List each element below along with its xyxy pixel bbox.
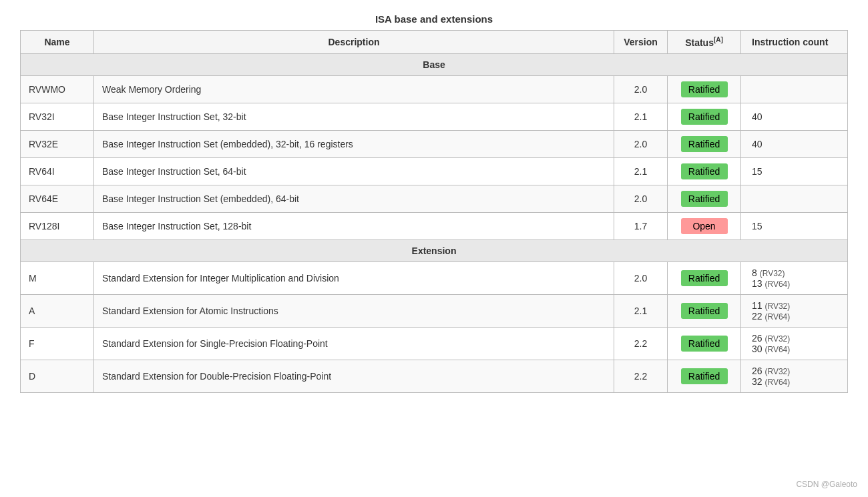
cell-name: RV32I (21, 103, 94, 130)
cell-count: 40 (741, 103, 848, 130)
cell-description: Base Integer Instruction Set (embedded),… (94, 130, 614, 157)
status-badge: Ratified (681, 336, 728, 352)
cell-name: F (21, 327, 94, 360)
cell-name: D (21, 360, 94, 392)
cell-count (741, 185, 848, 212)
cell-count: 15 (741, 212, 848, 239)
cell-description: Weak Memory Ordering (94, 75, 614, 103)
table-row: AStandard Extension for Atomic Instructi… (21, 294, 848, 327)
table-row: RV64EBase Integer Instruction Set (embed… (21, 185, 848, 212)
col-header-status: Status[A] (668, 31, 741, 54)
section-header-0: Base (21, 53, 848, 75)
cell-name: A (21, 294, 94, 327)
count-value: 26 (RV32) (752, 366, 839, 376)
cell-description: Base Integer Instruction Set, 32-bit (94, 103, 614, 130)
table-row: FStandard Extension for Single-Precision… (21, 327, 848, 360)
count-value: 26 (RV32) (752, 333, 839, 344)
status-badge: Ratified (681, 368, 728, 384)
table-row: DStandard Extension for Double-Precision… (21, 360, 848, 392)
section-label: Extension (21, 239, 848, 262)
isa-table: Name Description Version Status[A] Instr… (20, 30, 848, 393)
status-badge: Open (681, 218, 728, 234)
cell-version: 2.0 (614, 130, 668, 157)
cell-version: 2.1 (614, 157, 668, 185)
section-header-1: Extension (21, 239, 848, 262)
cell-version: 2.0 (614, 75, 668, 103)
cell-count: 15 (741, 157, 848, 185)
cell-count: 26 (RV32)30 (RV64) (741, 327, 848, 360)
count-value: 22 (RV64) (752, 311, 839, 322)
count-value: 8 (RV32) (752, 268, 839, 278)
cell-status: Open (668, 212, 741, 239)
cell-version: 2.0 (614, 262, 668, 294)
status-badge: Ratified (681, 136, 728, 152)
cell-description: Standard Extension for Double-Precision … (94, 360, 614, 392)
cell-status: Ratified (668, 327, 741, 360)
cell-status: Ratified (668, 157, 741, 185)
col-header-count: Instruction count (741, 31, 848, 54)
cell-name: RV128I (21, 212, 94, 239)
cell-status: Ratified (668, 262, 741, 294)
cell-version: 2.2 (614, 327, 668, 360)
cell-count (741, 75, 848, 103)
cell-status: Ratified (668, 294, 741, 327)
status-badge: Ratified (681, 109, 728, 125)
cell-description: Base Integer Instruction Set, 64-bit (94, 157, 614, 185)
cell-count: 11 (RV32)22 (RV64) (741, 294, 848, 327)
count-value: 13 (RV64) (752, 278, 839, 289)
cell-status: Ratified (668, 185, 741, 212)
cell-description: Base Integer Instruction Set (embedded),… (94, 185, 614, 212)
cell-description: Base Integer Instruction Set, 128-bit (94, 212, 614, 239)
status-badge: Ratified (681, 191, 728, 207)
table-wrapper: ISA base and extensions Name Description… (20, 13, 848, 393)
cell-name: M (21, 262, 94, 294)
table-row: RV64IBase Integer Instruction Set, 64-bi… (21, 157, 848, 185)
cell-status: Ratified (668, 75, 741, 103)
cell-status: Ratified (668, 130, 741, 157)
table-row: RVWMOWeak Memory Ordering2.0Ratified (21, 75, 848, 103)
cell-name: RV64I (21, 157, 94, 185)
count-value: 30 (RV64) (752, 344, 839, 354)
status-badge: Ratified (681, 303, 728, 319)
cell-version: 1.7 (614, 212, 668, 239)
cell-description: Standard Extension for Single-Precision … (94, 327, 614, 360)
col-header-description: Description (94, 31, 614, 54)
table-row: RV32EBase Integer Instruction Set (embed… (21, 130, 848, 157)
cell-name: RV32E (21, 130, 94, 157)
cell-version: 2.1 (614, 294, 668, 327)
cell-version: 2.0 (614, 185, 668, 212)
col-header-version: Version (614, 31, 668, 54)
cell-status: Ratified (668, 103, 741, 130)
cell-description: Standard Extension for Atomic Instructio… (94, 294, 614, 327)
status-badge: Ratified (681, 163, 728, 179)
cell-status: Ratified (668, 360, 741, 392)
cell-count: 8 (RV32)13 (RV64) (741, 262, 848, 294)
watermark: CSDN @Galeoto (796, 480, 857, 489)
table-row: RV32IBase Integer Instruction Set, 32-bi… (21, 103, 848, 130)
cell-description: Standard Extension for Integer Multiplic… (94, 262, 614, 294)
cell-count: 40 (741, 130, 848, 157)
status-badge: Ratified (681, 81, 728, 97)
cell-version: 2.1 (614, 103, 668, 130)
cell-name: RV64E (21, 185, 94, 212)
table-row: RV128IBase Integer Instruction Set, 128-… (21, 212, 848, 239)
cell-version: 2.2 (614, 360, 668, 392)
table-title: ISA base and extensions (20, 13, 848, 25)
count-value: 11 (RV32) (752, 300, 839, 311)
status-badge: Ratified (681, 270, 728, 286)
table-row: MStandard Extension for Integer Multipli… (21, 262, 848, 294)
cell-name: RVWMO (21, 75, 94, 103)
col-header-name: Name (21, 31, 94, 54)
count-value: 32 (RV64) (752, 376, 839, 387)
cell-count: 26 (RV32)32 (RV64) (741, 360, 848, 392)
section-label: Base (21, 53, 848, 75)
